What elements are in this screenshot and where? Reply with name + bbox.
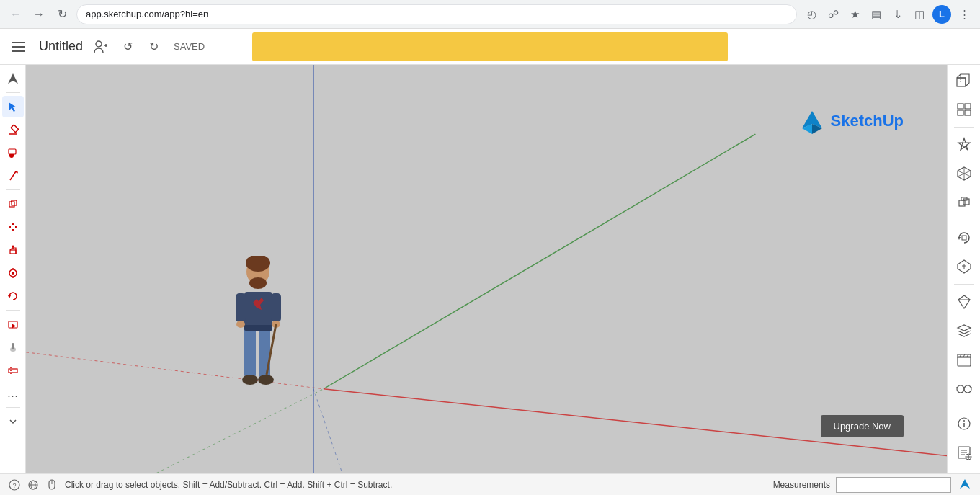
measurements-input[interactable] [836, 477, 951, 493]
info-button[interactable] [951, 411, 977, 437]
view-cube-button[interactable] [951, 68, 977, 94]
status-bar: ? Click or drag to select objects. Shift… [0, 473, 980, 495]
tool-sample[interactable] [2, 336, 24, 358]
tool-rotate[interactable] [2, 285, 24, 307]
pencil-icon [7, 170, 19, 182]
svg-rect-68 [958, 357, 971, 366]
layers-button[interactable] [951, 318, 977, 344]
toolbar-divider [215, 36, 215, 58]
diamond-icon [957, 295, 971, 309]
groups-button[interactable] [951, 189, 977, 215]
standard-views-button[interactable] [951, 97, 977, 122]
download-button[interactable]: ⇓ [889, 6, 906, 23]
push-pull-icon [7, 244, 19, 256]
svg-point-78 [963, 420, 965, 422]
glasses-icon [956, 383, 972, 394]
styles-button[interactable] [951, 132, 977, 158]
tool-scale[interactable] [2, 193, 24, 215]
tool-move[interactable] [2, 216, 24, 238]
canvas-area[interactable]: SketchUp [26, 65, 947, 473]
tool-more[interactable]: … [2, 383, 24, 404]
hamburger-menu[interactable] [7, 35, 30, 58]
person-figure [231, 256, 285, 414]
hamburger-line-1 [12, 42, 25, 43]
right-panel [947, 65, 980, 473]
svg-line-30 [313, 389, 342, 473]
right-separator-3 [954, 284, 974, 285]
tool-nav-top[interactable] [2, 68, 24, 89]
more-icon: … [7, 387, 19, 400]
memory-button[interactable]: ▤ [868, 6, 885, 23]
section-icon [7, 365, 19, 376]
svg-point-33 [249, 277, 267, 289]
globe-icon[interactable] [26, 478, 40, 492]
back-button[interactable]: ← [7, 6, 24, 23]
tool-tape[interactable] [2, 262, 24, 284]
cast-button[interactable]: ◴ [803, 6, 820, 23]
nav-top-icon [6, 72, 19, 85]
tool-expand[interactable] [2, 411, 24, 432]
saved-badge: SAVED [169, 40, 209, 53]
svg-rect-34 [244, 292, 272, 328]
svg-marker-66 [958, 295, 970, 308]
split-screen-button[interactable]: ◫ [911, 6, 928, 23]
paint-icon [7, 147, 19, 159]
tool-line[interactable] [2, 165, 24, 187]
svg-rect-45 [957, 78, 966, 86]
rotate-3d-button[interactable] [951, 225, 977, 251]
svg-point-43 [258, 375, 274, 385]
add-person-icon [93, 40, 107, 54]
svg-point-0 [96, 41, 102, 47]
mouse-icon[interactable] [45, 478, 59, 492]
status-help-text: Click or drag to select objects. Shift =… [65, 480, 767, 490]
svg-rect-41 [244, 325, 272, 331]
svg-point-22 [12, 343, 14, 346]
translate-button[interactable]: ☍ [824, 6, 842, 23]
svg-rect-59 [963, 199, 969, 205]
svg-rect-36 [271, 293, 281, 322]
tool-separator-3 [6, 310, 20, 311]
menu-button[interactable]: ⋮ [956, 6, 973, 23]
tool-section[interactable] [2, 360, 24, 381]
sketchup-small-logo [957, 477, 973, 493]
diamond-button[interactable] [951, 289, 977, 315]
scenes-button[interactable] [951, 347, 977, 373]
rotate-3d-icon [956, 230, 972, 246]
undo-button[interactable]: ↺ [117, 37, 138, 57]
forward-button[interactable]: → [30, 6, 48, 23]
move-icon [7, 221, 19, 233]
svg-rect-10 [11, 201, 12, 202]
tool-select[interactable] [2, 96, 24, 117]
add-person-button[interactable] [89, 35, 112, 58]
svg-rect-23 [9, 369, 17, 373]
svg-marker-18 [8, 295, 11, 298]
components-button[interactable] [951, 161, 977, 187]
svg-point-53 [962, 143, 966, 147]
svg-rect-39 [244, 326, 256, 377]
select-icon [7, 101, 19, 112]
svg-marker-61 [958, 237, 961, 240]
app-container: Untitled ↺ ↻ SAVED [0, 29, 980, 495]
tool-separator-1 [6, 92, 20, 93]
address-bar[interactable]: app.sketchup.com/app?hl=en [76, 4, 797, 24]
view-button[interactable] [951, 375, 977, 401]
zoom-3d-button[interactable] [951, 254, 977, 280]
redo-button[interactable]: ↻ [143, 37, 164, 57]
tool-scene[interactable] [2, 313, 24, 335]
scale-icon [7, 198, 19, 210]
tool-push-pull[interactable] [2, 239, 24, 261]
tool-paint[interactable] [2, 142, 24, 164]
tool-eraser[interactable] [2, 119, 24, 141]
refresh-button[interactable]: ↻ [53, 6, 71, 23]
help-icon[interactable]: ? [7, 478, 22, 492]
svg-rect-50 [965, 104, 971, 109]
sketchup-logo: SketchUp [799, 108, 904, 134]
bookmark-button[interactable]: ★ [846, 6, 863, 23]
export-button[interactable] [951, 440, 977, 465]
zoom-3d-icon [956, 259, 972, 275]
profile-button[interactable]: L [932, 5, 951, 24]
svg-point-73 [957, 385, 964, 393]
standard-views-icon [956, 102, 972, 117]
info-icon [957, 416, 971, 431]
upgrade-button[interactable]: Upgrade Now [821, 415, 904, 437]
